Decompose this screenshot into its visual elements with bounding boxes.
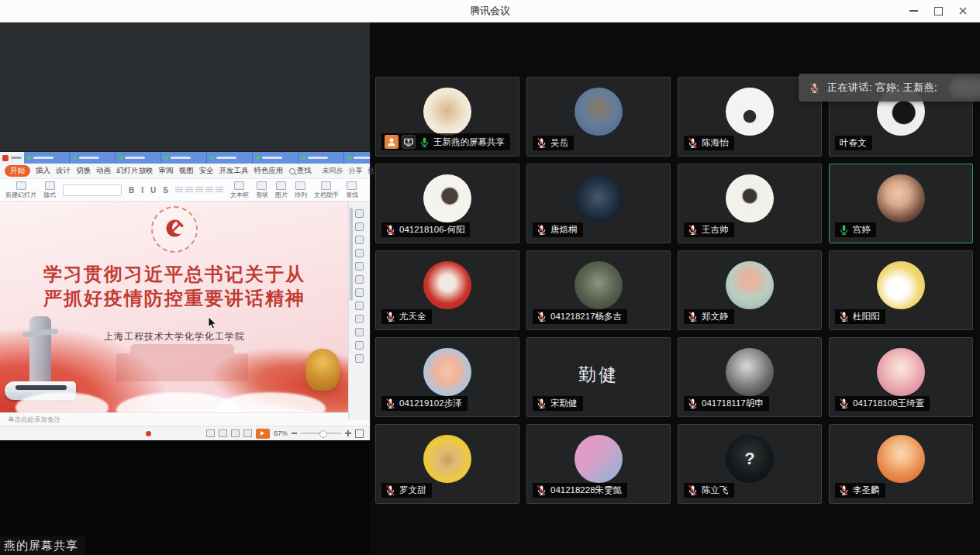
format-s-button[interactable]: S	[163, 186, 168, 195]
wps-document-tab[interactable]	[24, 152, 70, 164]
find-button[interactable]: 查找	[289, 166, 312, 176]
mic-muted-icon	[385, 484, 396, 496]
toolbar-item[interactable]: 形状	[256, 181, 268, 199]
slide-canvas[interactable]: 学习贯彻习近平总书记关于从 严抓好疫情防控重要讲话精神 上海工程技术大学化学化工…	[0, 202, 349, 412]
zoom-out-button[interactable]	[292, 433, 297, 434]
font-select[interactable]	[63, 184, 122, 196]
participant-label: 王新燕的屏幕共享	[381, 133, 510, 150]
view-grid-icon[interactable]	[219, 429, 227, 437]
wps-document-tab[interactable]	[298, 152, 344, 164]
participant-tile[interactable]: 宫婷	[829, 164, 973, 243]
ribbon-right-action[interactable]: 分享	[349, 166, 363, 176]
ribbon-right-action[interactable]: 未同步	[323, 166, 343, 176]
ribbon-tab[interactable]: 视图	[179, 166, 194, 176]
minimize-icon	[909, 10, 918, 12]
participant-tile[interactable]: 041219102步泽	[375, 337, 519, 417]
mic-muted-icon	[687, 398, 699, 409]
wps-document-tab[interactable]	[161, 152, 207, 164]
participant-tile[interactable]: 王吉帅	[678, 164, 822, 243]
participant-tile[interactable]: 041218106-何阳	[375, 164, 519, 243]
toolbar-item[interactable]: 文本框	[230, 181, 249, 199]
side-tool-icon[interactable]	[355, 262, 364, 271]
side-tool-icon[interactable]	[355, 209, 364, 218]
paragraph-align-group[interactable]	[175, 187, 223, 193]
side-tool-icon[interactable]	[355, 249, 364, 257]
side-tool-icon[interactable]	[355, 302, 364, 310]
side-tool-icon[interactable]	[355, 275, 364, 284]
format-u-button[interactable]: U	[150, 186, 156, 195]
view-outline-icon[interactable]	[243, 429, 252, 437]
participant-tile[interactable]: 罗文甜	[375, 424, 519, 504]
participant-tile[interactable]: ? 陈立飞	[678, 424, 822, 504]
ribbon-tab[interactable]: 插入	[36, 166, 50, 176]
side-tool-icon[interactable]	[355, 328, 364, 336]
side-tool-icon[interactable]	[355, 236, 364, 244]
ribbon-tab[interactable]: 开发工具	[219, 166, 249, 176]
side-tool-icon[interactable]	[355, 341, 364, 350]
mic-muted-icon	[536, 484, 547, 496]
wps-document-tabs[interactable]	[24, 152, 370, 164]
mic-muted-icon	[385, 311, 396, 322]
participant-tile[interactable]: 郑文静	[678, 250, 822, 330]
new-slide-button[interactable]: 新建幻灯片	[5, 181, 36, 199]
window-controls	[901, 0, 975, 22]
ribbon-tab[interactable]: 审阅	[159, 166, 174, 176]
ribbon-tab[interactable]: 特色应用	[254, 166, 284, 176]
mic-on-icon	[838, 224, 850, 236]
fullscreen-button[interactable]	[355, 429, 364, 438]
participant-name: 宋勤健	[550, 398, 578, 409]
toolbar-item[interactable]: 图片	[275, 181, 288, 199]
wps-document-tab[interactable]	[344, 152, 370, 164]
notes-placeholder[interactable]: 单击此处添加备注	[0, 412, 370, 426]
format-i-button[interactable]: I	[141, 186, 143, 195]
ribbon-tab[interactable]: 动画	[96, 166, 111, 176]
mouse-cursor	[208, 316, 217, 333]
participant-tile[interactable]: 041218217杨多吉	[526, 250, 671, 330]
side-tool-icon[interactable]	[355, 222, 364, 231]
avatar	[877, 348, 925, 396]
wps-right-toolbar[interactable]	[348, 202, 370, 420]
maximize-button[interactable]	[926, 0, 951, 22]
minimize-button[interactable]	[901, 0, 926, 22]
wps-home-tab[interactable]	[0, 152, 24, 164]
participant-tile[interactable]: 王新燕的屏幕共享	[375, 77, 519, 157]
ribbon-tab[interactable]: 安全	[199, 166, 214, 176]
tiananmen-silhouette	[116, 353, 248, 381]
zoom-slider-knob[interactable]	[319, 430, 327, 438]
wps-doc-tabbar[interactable]	[0, 152, 370, 164]
close-button[interactable]	[951, 0, 975, 22]
screen-share-watermark: 燕的屏幕共享	[0, 536, 85, 555]
participant-tile[interactable]: 041718108王绮萱	[829, 337, 973, 417]
ribbon-tab[interactable]: 开始	[5, 165, 30, 177]
zoom-in-button[interactable]	[345, 430, 351, 436]
participant-tile[interactable]: 041718117胡申	[678, 337, 822, 417]
format-b-button[interactable]: B	[129, 186, 134, 195]
wps-document-tab[interactable]	[116, 152, 161, 164]
scrollbar[interactable]	[350, 208, 353, 301]
wps-document-tab[interactable]	[207, 152, 253, 164]
side-tool-icon[interactable]	[355, 315, 364, 323]
participant-tile[interactable]: 勤健 宋勤健	[526, 337, 671, 417]
participant-name: 叶春文	[840, 137, 867, 149]
toolbar-item[interactable]: 文档助手	[314, 181, 339, 199]
view-normal-icon[interactable]	[206, 429, 215, 437]
view-sorter-icon[interactable]	[231, 429, 240, 437]
participant-tile[interactable]: 吴岳	[526, 77, 671, 157]
zoom-slider[interactable]	[301, 433, 341, 434]
ribbon-tab[interactable]: 设计	[56, 166, 71, 176]
participant-tile[interactable]: 尤天全	[375, 250, 519, 330]
participant-tile[interactable]: 杜阳阳	[829, 250, 973, 330]
participant-tile[interactable]: 唐焙桐	[526, 164, 671, 243]
layout-button[interactable]: 版式	[43, 181, 56, 199]
participant-tile[interactable]: 李圣麟	[829, 424, 973, 504]
side-tool-icon[interactable]	[355, 354, 364, 363]
wps-document-tab[interactable]	[253, 152, 298, 164]
participant-tile[interactable]: 041218228朱雯懿	[526, 424, 671, 504]
wps-document-tab[interactable]	[70, 152, 116, 164]
ribbon-tab[interactable]: 切换	[76, 166, 91, 176]
toolbar-item[interactable]: 查找	[346, 181, 358, 199]
toolbar-item[interactable]: 排列	[295, 181, 307, 199]
side-tool-icon[interactable]	[355, 288, 364, 297]
ribbon-tab[interactable]: 幻灯片放映	[116, 166, 154, 176]
slideshow-play-button[interactable]	[256, 429, 270, 439]
